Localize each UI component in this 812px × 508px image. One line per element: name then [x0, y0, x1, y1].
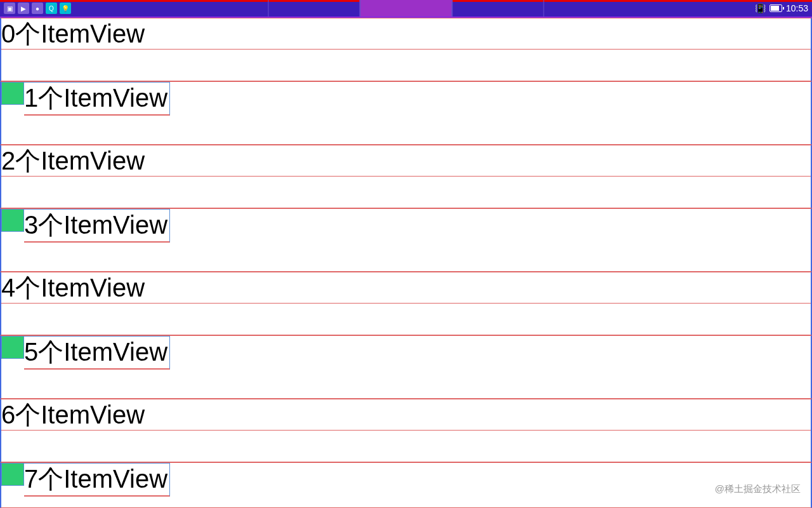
watermark: @稀土掘金技术社区 — [715, 483, 801, 495]
list-item[interactable]: 6个ItemView — [0, 399, 812, 462]
list-item[interactable]: 7个ItemView — [0, 462, 812, 508]
segment-3 — [452, 0, 544, 17]
segment-1 — [268, 0, 360, 17]
battery-icon — [769, 4, 782, 12]
list-view[interactable]: 0个ItemView 1个ItemView 2个ItemView 3个ItemV… — [0, 18, 812, 508]
item-label: 1个ItemView — [24, 82, 170, 116]
item-label: 2个ItemView — [1, 145, 811, 177]
record-icon: ● — [32, 3, 43, 14]
item-label: 4个ItemView — [1, 272, 811, 304]
list-item[interactable]: 3个ItemView — [0, 208, 812, 272]
list-item[interactable]: 0个ItemView — [0, 18, 812, 81]
list-item[interactable]: 4个ItemView — [0, 272, 812, 335]
bulb-icon: 💡 — [60, 3, 71, 14]
vibrate-icon: 📳 — [755, 3, 766, 13]
item-label: 7个ItemView — [24, 463, 170, 497]
status-bar: ▣ ▶ ● Q 💡 📳 10:53 — [0, 0, 812, 18]
green-box-icon — [1, 82, 24, 105]
green-box-icon — [1, 336, 24, 359]
item-label: 3个ItemView — [24, 209, 170, 243]
status-right: 📳 10:53 — [755, 3, 812, 13]
status-time: 10:53 — [786, 3, 808, 13]
segment-2 — [360, 0, 452, 17]
app-icon: ▣ — [4, 3, 15, 14]
item-label: 5个ItemView — [24, 336, 170, 370]
list-item[interactable]: 1个ItemView — [0, 81, 812, 145]
status-left-icons: ▣ ▶ ● Q 💡 — [0, 0, 71, 17]
list-item[interactable]: 2个ItemView — [0, 145, 812, 208]
list-item[interactable]: 5个ItemView — [0, 335, 812, 399]
status-center-segments — [268, 0, 544, 17]
video-icon: ▶ — [18, 3, 29, 14]
search-icon: Q — [46, 3, 57, 14]
green-box-icon — [1, 209, 24, 232]
item-label: 6个ItemView — [1, 399, 811, 431]
item-label: 0个ItemView — [1, 18, 811, 50]
green-box-icon — [1, 463, 24, 486]
